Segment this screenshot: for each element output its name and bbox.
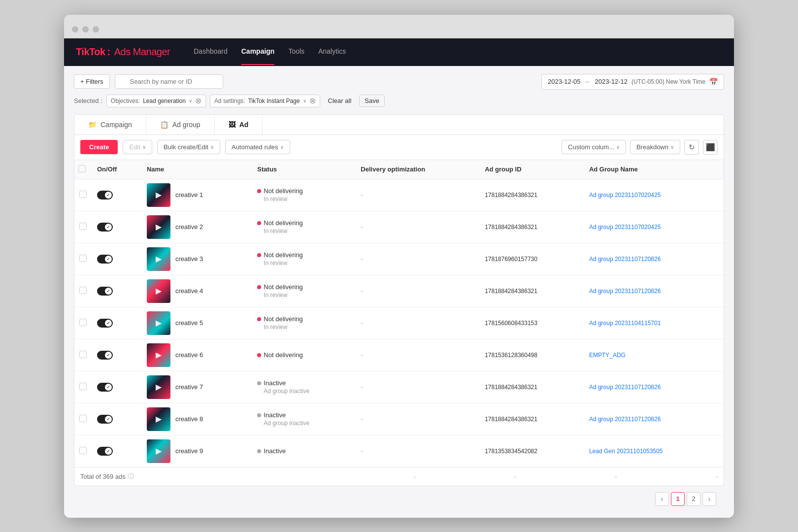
breakdown-button[interactable]: Breakdown ∨ [630, 140, 680, 154]
page-1-button[interactable]: 1 [671, 492, 685, 506]
header-status: Status [252, 160, 356, 179]
status-wrap-7: Inactive Ad group inactive [257, 379, 351, 395]
row-toggle-7[interactable]: ✓ [97, 383, 113, 392]
row-adgroupname-6[interactable]: EMPTY_ADG [589, 352, 626, 359]
row-checkbox-cell-9 [74, 435, 92, 467]
status-wrap-1: Not delivering In review [257, 187, 351, 202]
row-delivery-cell-2: - [356, 211, 480, 243]
row-checkbox-6[interactable] [79, 351, 87, 358]
tab-ad[interactable]: 🖼 Ad [215, 115, 263, 134]
row-adgroupname-9[interactable]: Lead Gen 20231101053505 [589, 448, 663, 455]
calendar-icon: 📅 [709, 78, 718, 86]
table-row: ✓ ▶ creative 4 Not delivering [74, 275, 724, 307]
filter-tag-ad-settings[interactable]: Ad settings: TikTok Instant Page ∨ ⊗ [210, 95, 320, 107]
edit-label: Edit [129, 143, 140, 151]
date-range-picker[interactable]: 2023-12-05 ～ 2023-12-12 (UTC-05:00) New … [541, 74, 724, 90]
create-button[interactable]: Create [80, 140, 118, 154]
nav-dashboard[interactable]: Dashboard [194, 47, 228, 57]
row-toggle-1[interactable]: ✓ [97, 191, 113, 200]
table-header-row: On/Off Name Status Delivery optimization… [74, 160, 724, 179]
row-toggle-cell-1: ✓ [92, 179, 142, 211]
tab-adgroup[interactable]: 📋 Ad group [146, 115, 215, 134]
toggle-knob-2: ✓ [105, 224, 112, 231]
prev-page-button[interactable]: ‹ [655, 492, 669, 506]
table-row: ✓ ▶ creative 8 Inactive [74, 403, 724, 435]
row-checkbox-2[interactable] [79, 223, 87, 230]
tab-campaign[interactable]: 📁 Campaign [74, 115, 146, 134]
row-adgroupname-1[interactable]: Ad group 20231107020425 [589, 192, 661, 199]
row-adgroupname-2[interactable]: Ad group 20231107020425 [589, 224, 661, 231]
next-page-button[interactable]: › [702, 492, 716, 506]
filter-tag-key-0: Objectives: [111, 98, 140, 104]
row-toggle-3[interactable]: ✓ [97, 255, 113, 264]
status-main-7: Inactive [257, 379, 351, 387]
row-checkbox-1[interactable] [79, 191, 87, 198]
page-2-button[interactable]: 2 [687, 492, 700, 506]
row-adgroupname-3[interactable]: Ad group 20231107120826 [589, 256, 661, 263]
row-toggle-4[interactable]: ✓ [97, 287, 113, 296]
row-toggle-6[interactable]: ✓ [97, 351, 113, 360]
row-toggle-2[interactable]: ✓ [97, 223, 113, 232]
row-adgroupid-7: 1781884284386321 [485, 384, 537, 391]
export-button[interactable]: ⬛ [703, 140, 718, 155]
thumb-wrap-3: ▶ creative 3 [147, 247, 247, 271]
play-icon-7: ▶ [156, 382, 162, 392]
status-sub-4: In review [264, 292, 351, 299]
nav-tools[interactable]: Tools [288, 47, 304, 57]
row-thumbnail-3: ▶ [147, 247, 170, 271]
filter-tag-objectives[interactable]: Objectives: Lead generation ∨ ⊗ [106, 95, 206, 107]
play-icon-5: ▶ [156, 318, 162, 328]
play-icon-1: ▶ [156, 190, 162, 200]
row-adgroupname-4[interactable]: Ad group 20231107120826 [589, 288, 661, 295]
row-adgroupid-3: 1781876960157730 [485, 256, 537, 263]
row-name-cell-2: ▶ creative 2 [142, 211, 252, 243]
search-input[interactable] [115, 74, 223, 89]
row-adgroupid-5: 1781560608433153 [485, 320, 537, 327]
custom-column-button[interactable]: Custom colum... ∨ [562, 140, 626, 154]
minimize-dot [82, 26, 89, 33]
select-all-checkbox[interactable] [78, 165, 86, 172]
filter-tag-chevron-0: ∨ [189, 98, 192, 103]
campaign-tab-icon: 📁 [88, 121, 97, 129]
toggle-wrap-8: ✓ [97, 415, 137, 424]
row-checkbox-4[interactable] [79, 287, 87, 294]
row-adgroupname-7[interactable]: Ad group 20231107120826 [589, 384, 661, 391]
row-toggle-9[interactable]: ✓ [97, 447, 113, 456]
edit-button[interactable]: Edit ∨ [123, 140, 152, 154]
nav-campaign[interactable]: Campaign [241, 47, 275, 57]
automated-rules-label: Automated rules [232, 143, 278, 151]
filter-tag-close-0[interactable]: ⊗ [195, 97, 201, 105]
breakdown-label: Breakdown [636, 143, 668, 151]
row-thumbnail-9: ▶ [147, 439, 170, 463]
bulk-create-button[interactable]: Bulk create/Edit ∨ [157, 140, 220, 154]
info-icon[interactable]: ⓘ [128, 472, 134, 481]
row-checkbox-5[interactable] [79, 319, 87, 326]
row-checkbox-8[interactable] [79, 415, 87, 422]
edit-chevron: ∨ [142, 144, 146, 150]
refresh-button[interactable]: ↻ [684, 140, 699, 155]
row-toggle-8[interactable]: ✓ [97, 415, 113, 424]
row-adgroupname-5[interactable]: Ad group 20231104115701 [589, 320, 661, 327]
filter-tag-value-0: Lead generation [143, 98, 186, 104]
row-checkbox-7[interactable] [79, 383, 87, 390]
thumb-wrap-5: ▶ creative 5 [147, 311, 247, 335]
custom-column-label: Custom colum... [568, 143, 614, 151]
automated-rules-button[interactable]: Automated rules ∨ [225, 140, 290, 154]
tab-campaign-label: Campaign [100, 121, 132, 129]
status-main-2: Not delivering [257, 219, 351, 227]
toolbar-right: Custom colum... ∨ Breakdown ∨ ↻ ⬛ [562, 140, 718, 155]
clear-all-button[interactable]: Clear all [324, 95, 356, 106]
row-adgroupname-8[interactable]: Ad group 20231107120826 [589, 416, 661, 423]
save-button[interactable]: Save [359, 95, 385, 107]
status-wrap-4: Not delivering In review [257, 283, 351, 299]
row-toggle-5[interactable]: ✓ [97, 319, 113, 328]
custom-col-chevron: ∨ [616, 144, 620, 150]
table-row: ✓ ▶ creative 7 Inactive [74, 371, 724, 403]
status-main-6: Not delivering [257, 351, 351, 359]
row-checkbox-9[interactable] [79, 447, 87, 454]
row-adgroupid-9: 1781353834542082 [485, 448, 537, 455]
row-checkbox-3[interactable] [79, 255, 87, 262]
filters-button[interactable]: + Filters [74, 74, 110, 89]
filter-tag-close-1[interactable]: ⊗ [309, 97, 316, 105]
nav-analytics[interactable]: Analytics [318, 47, 346, 57]
